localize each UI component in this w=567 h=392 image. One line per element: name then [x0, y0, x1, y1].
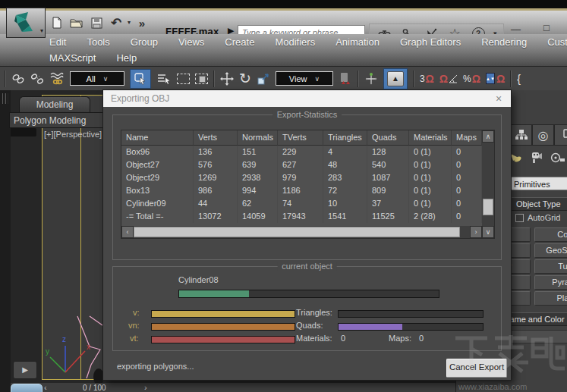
scroll-down-icon[interactable]: ∨ — [482, 226, 494, 238]
unlink-selection-icon[interactable] — [30, 70, 44, 88]
menu-help[interactable]: Help — [116, 52, 137, 64]
menu-maxscript[interactable]: MAXScript — [49, 52, 96, 64]
ribbon-expand-button[interactable]: ▶ — [13, 361, 37, 379]
button-pyramid[interactable]: Pyramid — [534, 275, 567, 290]
scroll-left-icon[interactable]: ‹ — [121, 226, 134, 238]
ribbon-drag-handle[interactable] — [5, 93, 8, 104]
menu-tools[interactable]: Tools — [87, 36, 109, 48]
button-geosphere[interactable]: GeoSphere — [534, 243, 567, 258]
col-header-triangles[interactable]: Triangles — [323, 130, 367, 146]
helpers-icon[interactable] — [550, 152, 565, 165]
col-header-quads[interactable]: Quads — [367, 130, 409, 146]
select-and-move-icon[interactable] — [220, 70, 234, 88]
menu-bar: Edit Tools Group Views Create Modifiers … — [0, 34, 567, 66]
select-object-button[interactable] — [130, 69, 151, 89]
current-object-group: current object Cylinder08 v: vn: vt: Tri… — [112, 266, 502, 351]
undo-flyout-caret-icon[interactable]: ▾ — [128, 20, 131, 26]
triangles-progressbar — [338, 310, 484, 318]
table-row: Box139869941186728090 (1)0 — [121, 184, 494, 197]
panel-tab-hierarchy[interactable] — [510, 124, 532, 146]
snaps-toggle-icon[interactable]: 3Ω — [420, 70, 434, 88]
minimize-button[interactable]: — — [511, 24, 521, 34]
menu-create[interactable]: Create — [225, 36, 254, 48]
save-file-icon[interactable] — [88, 15, 105, 30]
menu-modifiers[interactable]: Modifiers — [275, 36, 315, 48]
cancel-export-button[interactable]: Cancel Export — [446, 359, 507, 378]
panel-tab-display[interactable] — [554, 124, 567, 146]
select-and-manipulate-icon[interactable] — [364, 70, 378, 88]
primitives-dropdown[interactable]: Primitives — [509, 177, 567, 190]
cameras-icon[interactable] — [529, 151, 544, 166]
close-icon[interactable]: × — [492, 90, 506, 107]
menu-animation[interactable]: Animation — [335, 36, 380, 48]
exporting-obj-dialog: Exporting OBJ × Export-Statistics Name V… — [102, 89, 512, 381]
menu-graph-editors[interactable]: Graph Editors — [400, 36, 461, 48]
select-and-scale-icon[interactable] — [257, 70, 270, 88]
rectangular-selection-region-icon[interactable] — [177, 70, 190, 88]
axis-y-label: y — [46, 347, 49, 356]
selection-filter-dropdown[interactable]: All ∨ — [70, 71, 124, 86]
button-plane[interactable]: Plane — [534, 291, 567, 306]
col-header-name[interactable]: Name — [121, 130, 194, 146]
ribbon-tab-modeling[interactable]: Modeling — [19, 96, 90, 113]
statistics-table: Name Verts Normals TVerts Triangles Quad… — [121, 130, 495, 239]
menu-row-1: Edit Tools Group Views Create Modifiers … — [49, 36, 567, 48]
button-cone[interactable]: Cone — [534, 227, 567, 242]
chevron-down-icon: ∨ — [314, 75, 320, 83]
select-by-name-icon[interactable] — [156, 70, 172, 88]
dialog-title-bar[interactable]: Exporting OBJ — [103, 90, 511, 107]
scroll-right-icon[interactable]: › — [470, 226, 482, 238]
new-file-icon[interactable] — [49, 15, 65, 30]
app-logo-button[interactable]: ▾ — [6, 8, 46, 38]
spinner-snap-icon[interactable]: ▲▼ Ω — [486, 70, 505, 88]
open-file-icon[interactable] — [68, 15, 85, 30]
menu-rendering[interactable]: Rendering — [481, 36, 527, 48]
horizontal-scrollbar[interactable]: ‹ › — [121, 226, 482, 238]
named-selection-sets-icon[interactable]: { — [517, 70, 521, 88]
button-tube[interactable]: Tube — [534, 259, 567, 274]
select-and-rotate-icon[interactable]: ↻ — [239, 70, 251, 88]
autogrid-checkbox[interactable] — [515, 214, 524, 222]
time-prev-arrow[interactable]: ‹ — [44, 383, 47, 392]
reference-coordinate-dropdown[interactable]: View ∨ — [276, 71, 333, 86]
quick-access-toolbar: ↶ ▾ » — [49, 14, 150, 32]
col-header-normals[interactable]: Normals — [238, 130, 278, 146]
select-and-link-icon[interactable] — [11, 70, 25, 88]
display-monitor-icon — [562, 129, 567, 141]
panel-tab-motion[interactable]: ◎ — [532, 124, 554, 146]
window-crossing-selection-icon[interactable] — [195, 70, 208, 88]
col-header-tverts[interactable]: TVerts — [278, 130, 323, 146]
use-pivot-point-icon[interactable] — [339, 70, 352, 88]
menu-edit[interactable]: Edit — [49, 36, 66, 48]
menu-customize[interactable]: Customize — [547, 36, 567, 48]
desktop-top-strip — [0, 0, 567, 8]
scroll-up-icon[interactable]: ∧ — [482, 130, 494, 143]
status-text: exporting polygons... — [117, 362, 194, 371]
time-next-arrow[interactable]: › — [144, 383, 147, 392]
ribbon-panel-polygon-modeling[interactable]: Polygon Modeling — [9, 112, 107, 128]
main-toolbar: All ∨ ↻ View ∨ ▲ — [0, 66, 567, 90]
track-bar-handle[interactable] — [11, 384, 43, 392]
angle-snap-icon[interactable]: Ω — [439, 70, 458, 88]
col-header-materials[interactable]: Materials — [409, 130, 452, 146]
vertical-scrollbar[interactable]: ∧ ∨ — [482, 130, 494, 238]
table-row: Cylinder0944627410370 (1)0 — [121, 197, 494, 210]
maps-label: Maps: — [389, 334, 411, 343]
toolbar-separator — [358, 71, 359, 87]
col-header-verts[interactable]: Verts — [194, 130, 238, 146]
menu-group[interactable]: Group — [131, 36, 158, 48]
rollout-object-type[interactable]: Object Type — [511, 197, 567, 211]
keyboard-shortcut-override-button[interactable]: ▲ — [383, 68, 408, 89]
time-slider-value[interactable]: 0 / 100 — [83, 384, 106, 392]
vt-label: vt: — [130, 334, 139, 343]
viewport-label[interactable]: [+][Perspective] — [44, 130, 102, 139]
horizontal-scroll-thumb[interactable] — [134, 227, 460, 237]
undo-icon[interactable]: ↶ — [108, 15, 124, 30]
col-header-maps[interactable]: Maps — [452, 130, 482, 146]
vertical-scroll-thumb[interactable] — [483, 199, 493, 215]
maximize-button[interactable]: □ — [543, 23, 550, 33]
bind-to-space-warp-icon[interactable] — [49, 70, 65, 88]
menu-views[interactable]: Views — [178, 36, 204, 48]
toolbar-flyout-icon[interactable]: » — [134, 15, 150, 30]
percent-snap-icon[interactable]: %Ω — [463, 70, 480, 88]
